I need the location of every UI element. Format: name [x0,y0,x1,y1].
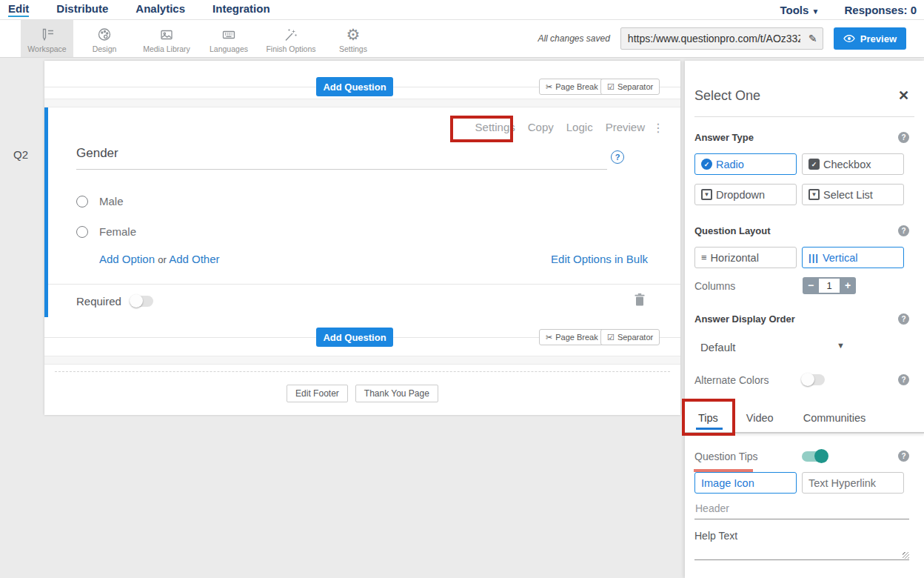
eye-icon [843,34,855,43]
add-option-link[interactable]: Add Option [99,253,155,265]
header-input[interactable] [694,501,909,519]
answer-type-dropdown[interactable]: ▼ Dropdown [694,184,797,205]
add-question-button-top[interactable]: Add Question [316,77,393,96]
toolbar-tab-label: Finish Options [266,44,315,53]
checkbox-icon: ☑ [607,82,615,92]
question-layout-label: Question Layout [694,225,771,236]
delete-question-icon[interactable] [634,293,646,306]
separator-button-top[interactable]: ☑ Separator [600,79,660,95]
question-preview-action[interactable]: Preview [606,121,645,133]
tab-video[interactable]: Video [746,412,774,424]
required-label: Required [76,295,121,308]
survey-url-box: ✎ [620,27,823,50]
toolbar-tab-label: Languages [210,44,248,53]
option-label[interactable]: Male [99,195,124,207]
required-toggle[interactable] [130,296,153,307]
question-layout-help-icon[interactable]: ? [898,225,909,236]
toolbar-tab-design[interactable]: Design [73,20,135,57]
thank-you-page-button[interactable]: Thank You Page [355,385,438,402]
columns-label: Columns [694,280,735,292]
answer-type-checkbox[interactable]: ✓ Checkbox [802,153,904,175]
toolbar-tab-label: Workspace [27,44,66,53]
divider [55,371,670,372]
plus-button[interactable]: + [840,277,856,294]
responses-count[interactable]: Responses: 0 [844,4,917,16]
image-icon-button[interactable]: Image Icon [694,472,797,494]
option-label[interactable]: Female [99,225,136,238]
display-order-help-icon[interactable]: ? [898,313,909,325]
nav-item-integration[interactable]: Integration [212,2,270,17]
question-settings-action[interactable]: Settings [475,121,515,133]
layout-vertical[interactable]: ||| Vertical [802,247,904,268]
tab-communities[interactable]: Communities [803,412,866,424]
toolbar-tab-label: Media Library [143,44,190,53]
minus-button[interactable]: − [803,277,819,294]
close-icon[interactable]: ✕ [898,87,909,104]
question-title[interactable]: Gender [76,146,118,161]
alternate-colors-label: Alternate Colors [694,374,769,386]
chevron-down-icon[interactable]: ▼ [837,341,845,350]
page-break-button-top[interactable]: ✂ Page Break [539,79,605,95]
answer-type-radio[interactable]: ✓ Radio [694,153,797,175]
toolbar-tab-label: Design [93,44,117,53]
question-tips-toggle[interactable] [802,451,827,462]
edit-options-bulk-link[interactable]: Edit Options in Bulk [551,253,648,265]
toolbar: Workspace Design Media Library [0,20,924,58]
divider [685,432,924,434]
toolbar-tab-settings[interactable]: ⚙ Settings [322,20,384,57]
answer-type-label: Answer Type [694,132,754,143]
nav-item-edit[interactable]: Edit [8,2,29,17]
image-icon [158,26,175,44]
separator-button-bottom[interactable]: ☑ Separator [600,329,660,345]
page-break-button-bottom[interactable]: ✂ Page Break [539,329,605,345]
layout-horizontal[interactable]: ≡ Horizontal [694,247,797,268]
divider [44,356,680,365]
toolbar-tab-languages[interactable]: Languages [198,20,260,57]
scissors-icon: ✂ [546,333,552,342]
question-logic-action[interactable]: Logic [566,121,593,133]
edit-url-icon[interactable]: ✎ [803,33,823,44]
text-hyperlink-button[interactable]: Text Hyperlink [802,472,904,494]
radio-button-female[interactable] [76,226,88,238]
answer-type-help-icon[interactable]: ? [898,132,909,143]
radio-check-icon: ✓ [701,159,712,170]
alternate-colors-toggle[interactable] [802,374,825,385]
answer-option-row: Female [76,225,136,238]
preview-button[interactable]: Preview [834,27,906,50]
chevron-down-icon: ▼ [812,7,820,16]
top-nav: Edit Distribute Analytics Integration To… [0,0,924,20]
alternate-colors-help-icon[interactable]: ? [898,374,909,385]
nav-item-distribute[interactable]: Distribute [56,2,108,17]
toolbar-tab-media-library[interactable]: Media Library [135,20,198,57]
help-text-textarea[interactable] [694,543,909,560]
toolbar-tab-workspace[interactable]: Workspace [21,20,73,57]
or-label: or [158,254,167,265]
columns-input[interactable] [819,279,840,293]
magic-wand-icon [282,26,300,44]
edit-footer-button[interactable]: Edit Footer [287,385,348,402]
question-copy-action[interactable]: Copy [528,121,554,133]
question-settings-panel: Select One ✕ Answer Type ? ✓ Radio ✓ Che… [685,61,924,578]
dropdown-caret-icon: ▼ [808,189,820,200]
answer-type-select-list[interactable]: ▼ Select List [802,184,904,205]
kebab-menu-icon[interactable]: ⋮ [652,121,664,135]
question-card: Settings Copy Logic Preview ⋮ Gender ? M… [44,107,680,317]
vertical-bars-icon: ||| [808,252,819,263]
active-tab-indicator [696,428,723,430]
toolbar-tab-finish-options[interactable]: Finish Options [260,20,322,57]
survey-url-input[interactable] [621,33,803,44]
radio-button-male[interactable] [76,196,88,207]
display-order-label: Answer Display Order [694,313,795,325]
add-other-link[interactable]: Add Other [169,253,219,265]
checkbox-check-icon: ✓ [808,159,820,170]
display-order-select[interactable]: Default [700,341,736,353]
add-question-button-bottom[interactable]: Add Question [316,328,393,347]
tab-tips[interactable]: Tips [698,412,718,424]
help-text-label: Help Text [694,530,737,542]
nav-item-analytics[interactable]: Analytics [135,2,185,17]
resize-handle[interactable] [903,552,909,559]
question-tips-help-icon[interactable]: ? [898,451,909,462]
tools-menu[interactable]: Tools ▼ [780,4,819,16]
question-help-icon[interactable]: ? [611,150,624,164]
save-status: All changes saved [538,33,609,44]
